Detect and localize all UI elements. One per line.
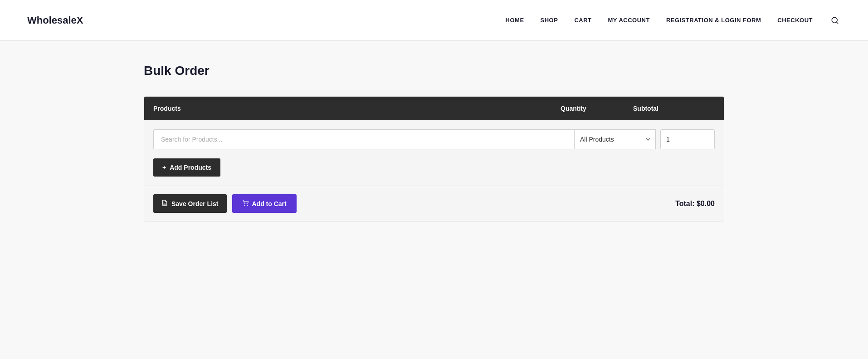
svg-point-4 [244,205,244,206]
nav-my-account[interactable]: MY ACCOUNT [608,17,650,24]
logo[interactable]: WholesaleX [27,15,83,26]
search-icon-button[interactable] [829,15,841,26]
save-order-button[interactable]: Save Order List [153,194,227,213]
nav-checkout[interactable]: CHECKOUT [777,17,813,24]
add-to-cart-button[interactable]: Add to Cart [232,194,297,213]
table-header: Products Quantity Subtotal [144,97,724,120]
table-body: All Products Category 1 Category 2 + Add… [144,120,724,186]
quantity-input[interactable] [660,129,715,149]
doc-icon [161,200,168,207]
search-row: All Products Category 1 Category 2 [153,129,715,149]
nav-home[interactable]: HOME [506,17,524,24]
column-header-subtotal: Subtotal [633,105,715,112]
category-select[interactable]: All Products Category 1 Category 2 [574,129,656,149]
main-nav: HOME SHOP CART MY ACCOUNT REGISTRATION &… [506,15,841,26]
svg-line-1 [836,22,838,23]
footer-actions: Save Order List Add to Cart [153,194,297,213]
add-products-button[interactable]: + Add Products [153,158,220,177]
column-header-products: Products [153,105,561,112]
header: WholesaleX HOME SHOP CART MY ACCOUNT REG… [0,0,868,41]
main-content: Bulk Order Products Quantity Subtotal Al… [117,41,751,244]
cart-icon [242,200,249,207]
page-title: Bulk Order [144,64,724,78]
plus-icon: + [162,164,166,171]
total-display: Total: $0.00 [675,200,715,208]
add-to-cart-label: Add to Cart [252,200,287,207]
nav-registration[interactable]: REGISTRATION & LOGIN FORM [666,17,761,24]
table-footer: Save Order List Add to Cart Total: $0.00 [144,186,724,221]
svg-point-5 [247,205,248,206]
search-input[interactable] [153,129,574,149]
bulk-order-table: Products Quantity Subtotal All Products … [144,96,724,221]
add-products-label: Add Products [170,164,211,171]
nav-shop[interactable]: SHOP [541,17,558,24]
save-order-label: Save Order List [171,200,219,207]
search-icon [831,16,839,25]
nav-cart[interactable]: CART [574,17,591,24]
column-header-quantity: Quantity [561,105,633,112]
